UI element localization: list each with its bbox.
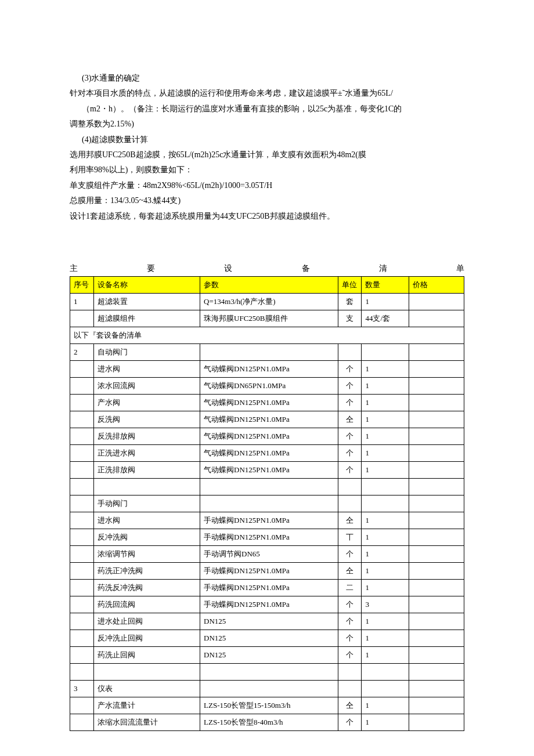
title-char: 要 — [147, 263, 155, 274]
cell-idx — [70, 512, 94, 529]
cell-qty: 1 — [362, 461, 409, 478]
cell-price — [409, 714, 464, 730]
cell-qty: 1 — [362, 545, 409, 562]
cell-unit: 丅 — [338, 529, 362, 545]
cell-idx: 1 — [70, 293, 94, 310]
cell-name: 反洗阀 — [93, 411, 200, 428]
cell-param — [200, 495, 338, 512]
cell-price — [409, 394, 464, 411]
cell-price — [409, 579, 464, 596]
cell-unit: 个 — [338, 461, 362, 478]
cell-price — [409, 630, 464, 646]
cell-idx — [70, 377, 94, 394]
cell-qty: 1 — [362, 512, 409, 529]
cell-name: 正洗进水阀 — [93, 444, 200, 461]
cell-price — [409, 444, 464, 461]
cell-price — [409, 529, 464, 545]
cell-param: LZS-150长管型8-40m3/h — [200, 714, 338, 730]
cell-unit — [338, 495, 362, 512]
para-line: 调整系数为2.15%) — [70, 118, 464, 131]
cell-idx — [70, 394, 94, 411]
table-row: 药洗回流阀手动蝶阀DN125PN1.0MPa个3 — [70, 596, 464, 613]
cell-price — [409, 512, 464, 529]
cell-param: 气动蝶阀DN125PN1.0MPa — [200, 428, 338, 444]
table-row: 浓缩调节阀手动调节阀DN65个1 — [70, 545, 464, 562]
cell-qty: 1 — [362, 562, 409, 579]
cell-unit: 个 — [338, 394, 362, 411]
cell-name: 产水阀 — [93, 394, 200, 411]
cell-qty: 3 — [362, 596, 409, 613]
cell-qty: 1 — [362, 697, 409, 714]
cell-idx — [70, 428, 94, 444]
cell-unit: 二 — [338, 579, 362, 596]
title-char: 主 — [70, 263, 78, 274]
header-idx: 序号 — [70, 276, 94, 293]
table-row — [70, 478, 464, 495]
cell-qty: 1 — [362, 714, 409, 730]
cell-price — [409, 680, 464, 697]
table-row: 浓水回流阀气动蝶阀DN65PN1.0MPa个1 — [70, 377, 464, 394]
table-row — [70, 663, 464, 680]
empty-cell — [409, 663, 464, 680]
cell-unit: 个 — [338, 714, 362, 730]
cell-unit: 仝 — [338, 697, 362, 714]
table-row: 进水阀气动蝶阀DN125PN1.0MPa个1 — [70, 360, 464, 377]
table-row: 1超滤装置Q=134m3/h(净产水量)套1 — [70, 293, 464, 310]
cell-qty: 1 — [362, 613, 409, 630]
section-cell: 以下『套设备的清单 — [70, 327, 464, 343]
cell-param: 气动蝶阀DN125PN1.0MPa — [200, 411, 338, 428]
cell-unit: 仝 — [338, 411, 362, 428]
table-row: 2自动阀门 — [70, 343, 464, 360]
cell-name: 药洗反冲洗阀 — [93, 579, 200, 596]
cell-unit: 套 — [338, 293, 362, 310]
cell-price — [409, 411, 464, 428]
cell-idx — [70, 714, 94, 730]
cell-idx — [70, 646, 94, 663]
cell-qty: 1 — [362, 579, 409, 596]
table-title: 主 要 设 备 清 单 — [70, 263, 464, 274]
table-header-row: 序号 设备名称 参数 单位 数量 价格 — [70, 276, 464, 293]
empty-cell — [200, 663, 338, 680]
cell-unit: 个 — [338, 613, 362, 630]
title-char: 单 — [456, 263, 464, 274]
cell-idx — [70, 444, 94, 461]
title-char: 设 — [224, 263, 232, 274]
table-row: 反洗排放阀气动蝶阀DN125PN1.0MPa个1 — [70, 428, 464, 444]
table-row: 药洗止回阀DN125个1 — [70, 646, 464, 663]
cell-param: 手动蝶阀DN125PN1.0MPa — [200, 579, 338, 596]
cell-idx — [70, 411, 94, 428]
cell-idx — [70, 697, 94, 714]
para-line: （m2・h）。（备注：长期运行的温度对水通量有直接的影响，以25c为基准，每变化… — [70, 103, 464, 115]
cell-idx — [70, 630, 94, 646]
para-line: 针对本项目水质的特点，从超滤膜的运行和使用寿命来考虑，建议超滤膜平±˜水通量为6… — [70, 87, 464, 100]
cell-unit: 个 — [338, 630, 362, 646]
cell-param — [200, 680, 338, 697]
cell-price — [409, 461, 464, 478]
table-row: 产水流量计LZS-150长管型15-150m3/h仝1 — [70, 697, 464, 714]
cell-idx — [70, 529, 94, 545]
cell-name: 药洗回流阀 — [93, 596, 200, 613]
cell-idx — [70, 310, 94, 327]
cell-idx — [70, 360, 94, 377]
cell-idx — [70, 579, 94, 596]
para-line: 选用邦膜UFC250B超滤膜，按65L/(m2h)25c水通量计算，单支膜有效面… — [70, 149, 464, 161]
cell-unit: 个 — [338, 444, 362, 461]
cell-qty: 1 — [362, 630, 409, 646]
empty-cell — [409, 478, 464, 495]
cell-param: 气动蝶阀DN125PN1.0MPa — [200, 360, 338, 377]
cell-name: 进水处止回阀 — [93, 613, 200, 630]
cell-param: DN125 — [200, 613, 338, 630]
cell-qty — [362, 495, 409, 512]
cell-unit: 仝 — [338, 562, 362, 579]
cell-qty: 1 — [362, 428, 409, 444]
cell-name: 正洗排放阀 — [93, 461, 200, 478]
table-row: 浓缩水回流流量计LZS-150长管型8-40m3/h个1 — [70, 714, 464, 730]
empty-cell — [93, 663, 200, 680]
table-row: 药洗反冲洗阀手动蝶阀DN125PN1.0MPa二1 — [70, 579, 464, 596]
cell-name: 产水流量计 — [93, 697, 200, 714]
cell-name: 浓缩水回流流量计 — [93, 714, 200, 730]
cell-price — [409, 343, 464, 360]
cell-param: DN125 — [200, 646, 338, 663]
cell-unit: 个 — [338, 377, 362, 394]
cell-name: 反冲洗止回阀 — [93, 630, 200, 646]
